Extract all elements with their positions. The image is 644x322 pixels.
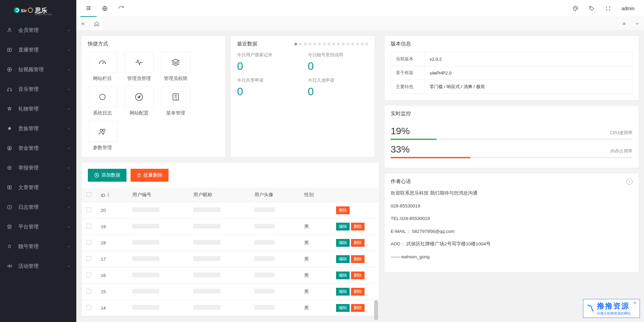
quick-label: 网站栏目 [88,76,117,82]
edit-button[interactable]: 编辑 [336,223,350,230]
sidebar-item-yen[interactable]: 资金管理▾ [0,138,76,158]
carousel-dot[interactable] [294,43,297,45]
sidebar-item-gift[interactable]: 礼物管理▾ [0,99,76,119]
palette-icon[interactable] [567,0,584,17]
sidebar-item-sound[interactable]: 活动管理▾ [0,256,76,276]
carousel-dot[interactable] [351,43,354,45]
platform-icon [7,224,14,229]
globe-icon[interactable] [97,0,113,17]
sidebar-item-report[interactable]: 举报管理▾ [0,158,76,178]
edit-button[interactable]: 编辑 [336,255,350,263]
carousel-dot[interactable] [337,43,340,45]
quick-label: 参数管理 [88,145,117,151]
edit-button[interactable]: 编辑 [336,304,350,312]
sidebar-item-star[interactable]: 贵族管理▾ [0,119,76,138]
carousel-dot[interactable] [356,43,359,45]
carousel-dot[interactable] [328,43,330,45]
tag-icon[interactable] [584,0,600,17]
quick-circle[interactable]: 系统日志 [88,86,117,116]
svg-point-17 [575,7,576,7]
user-menu[interactable]: admin [616,6,640,11]
chevron-down-icon: ▾ [68,68,70,72]
sidebar-item-music[interactable]: 音乐管理▾ [0,79,76,99]
carousel-dot[interactable] [304,43,307,45]
scrollbar-thumb[interactable] [374,300,378,320]
yen-icon [7,145,14,151]
chevron-down-icon: ▾ [68,166,70,170]
delete-button[interactable]: 删除 [351,288,365,296]
carousel-dot[interactable] [299,43,302,45]
carousel-dot[interactable] [366,43,368,45]
carousel-dot[interactable] [313,43,316,45]
sidebar-item-fire[interactable]: 靓号管理▾ [0,237,76,256]
circle-icon [88,86,117,107]
nav-label: 礼物管理 [18,106,68,112]
carousel-dots[interactable] [294,43,368,45]
author-line: ADD： 武侯区红牌楼广场2号写字楼10楼1004号 [391,240,632,248]
fullscreen-icon[interactable] [600,0,616,17]
carousel-dot[interactable] [361,43,364,45]
chevron-down-icon: ▾ [68,48,70,52]
carousel-dot[interactable] [342,43,345,45]
delete-button[interactable]: 删除 [351,255,365,263]
sidebar-item-platform[interactable]: 平台管理▾ [0,217,76,237]
carousel-dot[interactable] [332,43,335,45]
column-header[interactable]: 用户昵称 [189,188,250,202]
batch-delete-button[interactable]: 批量删除 [131,169,169,182]
row-checkbox[interactable] [86,289,91,294]
row-checkbox[interactable] [86,305,91,310]
column-header[interactable]: 用户头像 [250,188,299,202]
svg-point-13 [9,167,10,168]
delete-button[interactable]: 删除 [351,271,365,279]
column-header[interactable]: 用户编号 [128,188,189,202]
recent-stat: 今日用户搜索记录0 [237,52,298,73]
row-checkbox[interactable] [86,273,91,277]
sound-icon [7,263,14,269]
edit-button[interactable]: 编辑 [336,288,350,296]
tabs-prev-icon[interactable] [76,17,90,30]
sidebar-item-video[interactable]: 短视频管理▾ [0,60,76,79]
delete-button[interactable]: 删除 [351,304,365,312]
delete-button[interactable]: 删除 [351,223,365,230]
row-checkbox[interactable] [86,224,91,228]
tabs-menu-icon[interactable] [630,17,644,30]
info-icon[interactable]: i [626,179,632,185]
row-checkbox[interactable] [86,240,91,245]
refresh-icon[interactable] [113,0,129,17]
select-all-checkbox[interactable] [86,192,91,197]
delete-button[interactable]: 删除 [351,239,365,247]
row-checkbox[interactable] [86,207,91,212]
nav-label: 文章管理 [18,184,68,191]
edit-button[interactable]: 编辑 [336,271,350,279]
carousel-dot[interactable] [318,43,321,45]
delete-button[interactable]: 删除 [336,206,350,214]
sidebar-item-article[interactable]: 文章管理▾ [0,178,76,197]
sidebar-item-play[interactable]: 直播管理▾ [0,40,76,60]
compass-icon [124,86,154,107]
quick-users[interactable]: 参数管理 [88,121,117,151]
tab-home[interactable] [90,17,103,30]
pulse-icon [124,52,154,73]
quick-layers[interactable]: 管理员权限 [161,52,190,82]
sidebar-item-user[interactable]: 会员管理▾ [0,20,76,40]
sidebar-item-log[interactable]: 日志管理▾ [0,197,76,217]
carousel-dot[interactable] [309,43,311,45]
recent-stat: 今日入池申请0 [308,77,369,98]
quick-pulse[interactable]: 管理员管理 [124,52,154,82]
add-data-button[interactable]: 添加数据 [88,169,126,182]
fire-icon [7,244,14,249]
quick-note[interactable]: 菜单管理 [161,86,190,116]
tabs-next-icon[interactable] [617,17,630,30]
menu-toggle-icon[interactable] [80,0,97,17]
column-header[interactable]: 性别 [299,188,331,202]
nav-label: 平台管理 [18,224,68,230]
quick-gauge[interactable]: 网站栏目 [88,52,117,82]
card-title: 作者心语 [391,178,411,185]
quick-compass[interactable]: 网站配置 [124,86,154,116]
carousel-dot[interactable] [347,43,349,45]
row-checkbox[interactable] [86,256,91,261]
carousel-dot[interactable] [323,43,326,45]
edit-button[interactable]: 编辑 [336,239,350,247]
column-header[interactable]: ID▲▼ [96,188,128,202]
table-row: 14男编辑删除 [82,300,379,316]
